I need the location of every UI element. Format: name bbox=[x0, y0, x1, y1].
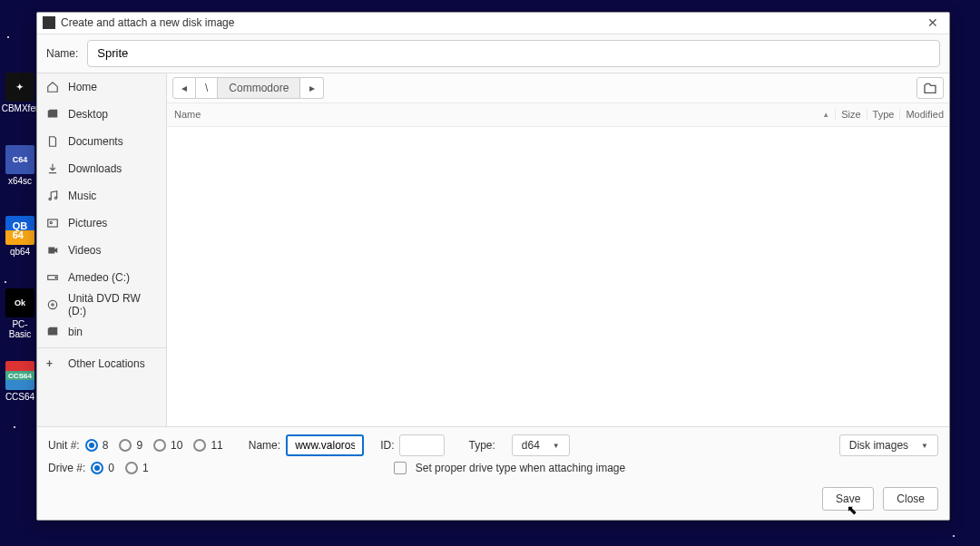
sidebar-item-pictures[interactable]: Pictures bbox=[37, 210, 166, 237]
id-label: ID: bbox=[380, 439, 394, 452]
desktop-icon-label: x64sc bbox=[8, 176, 32, 186]
sidebar-item-label: Downloads bbox=[68, 162, 122, 175]
file-listing[interactable] bbox=[167, 127, 949, 426]
sidebar-item-label: Pictures bbox=[68, 217, 107, 229]
titlebar: Create and attach a new disk image ✕ bbox=[37, 13, 949, 34]
desktop-icon-label: CCS64 bbox=[5, 392, 34, 402]
svg-point-3 bbox=[50, 221, 52, 223]
proper-drive-checkbox[interactable] bbox=[394, 462, 407, 474]
unit-radio-11[interactable]: 11 bbox=[193, 439, 222, 452]
sidebar-item-label: Other Locations bbox=[68, 357, 145, 370]
name2-label: Name: bbox=[249, 439, 280, 452]
dialog-title: Create and attach a new disk image bbox=[61, 16, 922, 29]
svg-rect-2 bbox=[48, 219, 58, 227]
new-folder-button[interactable] bbox=[916, 77, 944, 99]
path-bar: ◂ \ Commodore ▸ bbox=[167, 73, 949, 103]
path-current-crumb[interactable]: Commodore bbox=[218, 77, 300, 99]
drive-label: Drive #: bbox=[48, 462, 85, 474]
desktop-icon-pcbasic[interactable]: Ok PC-Basic bbox=[2, 288, 38, 339]
sidebar-item-downloads[interactable]: Downloads bbox=[37, 155, 166, 182]
sidebar-item-drive-c[interactable]: Amedeo (C:) bbox=[37, 264, 166, 291]
close-button[interactable]: Close bbox=[883, 487, 938, 511]
sidebar-item-label: Documents bbox=[68, 135, 123, 148]
sidebar-item-label: Music bbox=[68, 190, 96, 202]
type-label: Type: bbox=[468, 439, 495, 452]
places-sidebar: Home Desktop Documents Downloads Music P… bbox=[37, 73, 167, 426]
column-type[interactable]: Type bbox=[867, 109, 900, 120]
sidebar-item-music[interactable]: Music bbox=[37, 182, 166, 210]
sidebar-item-label: Amedeo (C:) bbox=[68, 271, 130, 284]
image-id-input[interactable] bbox=[399, 434, 445, 456]
svg-point-7 bbox=[52, 304, 54, 306]
svg-point-6 bbox=[48, 300, 56, 308]
sidebar-item-videos[interactable]: Videos bbox=[37, 237, 166, 264]
column-size[interactable]: Size bbox=[835, 109, 866, 120]
drive-radio-1[interactable]: 1 bbox=[125, 462, 149, 474]
column-modified[interactable]: Modified bbox=[899, 109, 949, 120]
sidebar-item-label: Videos bbox=[68, 244, 101, 257]
desktop-icon-ccs64[interactable]: CCS64 CCS64 bbox=[2, 361, 38, 402]
path-forward-button[interactable]: ▸ bbox=[300, 77, 324, 99]
image-type-select[interactable]: d64 bbox=[512, 434, 570, 456]
desktop-icon-cbmxfer[interactable]: ✦ CBMXfer bbox=[2, 73, 38, 113]
drive-radio-0[interactable]: 0 bbox=[91, 462, 114, 474]
sidebar-item-label: Unità DVD RW (D:) bbox=[68, 292, 157, 317]
sidebar-item-label: Home bbox=[68, 81, 97, 93]
desktop-icon-label: PC-Basic bbox=[2, 319, 38, 339]
disk-name-input[interactable] bbox=[87, 40, 940, 67]
sidebar-item-desktop[interactable]: Desktop bbox=[37, 101, 166, 128]
desktop-icon-label: qb64 bbox=[10, 247, 30, 257]
sidebar-item-bin[interactable]: bin bbox=[37, 318, 166, 346]
unit-label: Unit #: bbox=[48, 439, 80, 452]
sidebar-item-home[interactable]: Home bbox=[37, 73, 166, 101]
svg-point-5 bbox=[55, 277, 56, 278]
desktop-icon-qb64[interactable]: QB64 qb64 bbox=[2, 216, 38, 257]
list-header: Name Size Type Modified bbox=[167, 103, 949, 127]
proper-drive-label: Set proper drive type when attaching ima… bbox=[416, 462, 625, 474]
unit-radio-10[interactable]: 10 bbox=[153, 439, 182, 452]
close-icon[interactable]: ✕ bbox=[922, 15, 944, 31]
path-root-crumb[interactable]: \ bbox=[196, 77, 218, 99]
svg-point-1 bbox=[54, 197, 56, 199]
path-back-button[interactable]: ◂ bbox=[172, 77, 196, 99]
unit-radio-9[interactable]: 9 bbox=[119, 439, 142, 452]
sidebar-item-documents[interactable]: Documents bbox=[37, 128, 166, 155]
sidebar-item-drive-dvd[interactable]: Unità DVD RW (D:) bbox=[37, 291, 166, 318]
desktop-icon-label: CBMXfer bbox=[2, 103, 39, 113]
save-button[interactable]: Save bbox=[822, 487, 874, 511]
svg-point-0 bbox=[49, 198, 51, 200]
unit-radio-8[interactable]: 8 bbox=[85, 439, 109, 452]
image-name-input[interactable] bbox=[286, 434, 364, 456]
desktop-icon-x64sc[interactable]: C64 x64sc bbox=[2, 145, 38, 186]
app-icon bbox=[43, 16, 55, 29]
column-name[interactable]: Name bbox=[167, 109, 835, 120]
file-filter-select[interactable]: Disk images bbox=[839, 434, 938, 456]
create-disk-dialog: Create and attach a new disk image ✕ Nam… bbox=[36, 12, 950, 521]
sidebar-item-other-locations[interactable]: +Other Locations bbox=[37, 350, 166, 377]
sidebar-item-label: Desktop bbox=[68, 108, 108, 121]
name-label: Name: bbox=[46, 47, 78, 60]
sidebar-item-label: bin bbox=[68, 326, 83, 338]
